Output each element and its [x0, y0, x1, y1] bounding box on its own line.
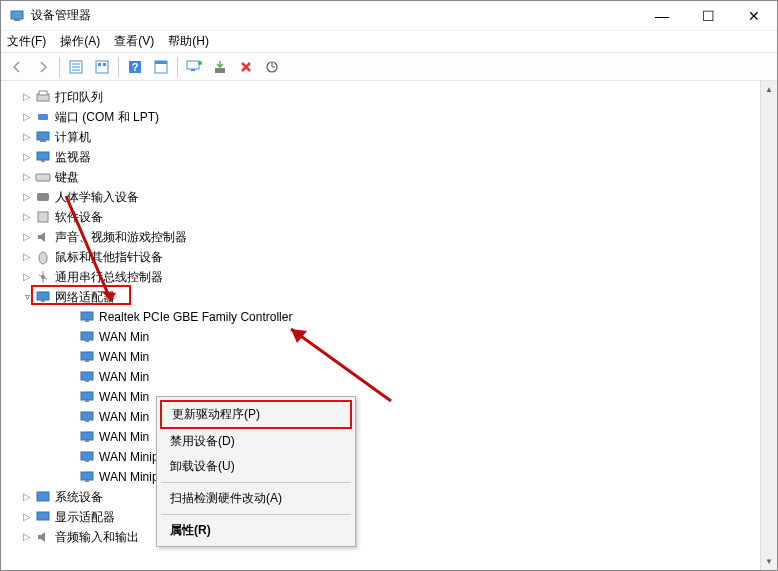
- minimize-button[interactable]: —: [639, 1, 685, 30]
- ctx-disable-device[interactable]: 禁用设备(D): [160, 429, 352, 454]
- maximize-button[interactable]: ☐: [685, 1, 731, 30]
- tree-software[interactable]: ▷软件设备: [21, 207, 777, 227]
- window-buttons: — ☐ ✕: [639, 1, 777, 30]
- device-tree: ▷打印队列 ▷端口 (COM 和 LPT) ▷计算机 ▷监视器 ▷键盘 ▷人体学…: [1, 81, 777, 553]
- svg-point-28: [39, 252, 47, 264]
- menu-action[interactable]: 操作(A): [60, 33, 100, 50]
- svg-text:?: ?: [132, 61, 139, 73]
- svg-rect-41: [85, 400, 89, 402]
- tool-detail2[interactable]: [90, 55, 114, 79]
- tree-ports[interactable]: ▷端口 (COM 和 LPT): [21, 107, 777, 127]
- adapter-wan-4[interactable]: WAN Min: [21, 387, 777, 407]
- svg-rect-21: [37, 132, 49, 140]
- ctx-scan-hardware[interactable]: 扫描检测硬件改动(A): [160, 486, 352, 511]
- svg-rect-35: [85, 340, 89, 342]
- tree-audio[interactable]: ▷音频输入和输出: [21, 527, 777, 547]
- svg-rect-42: [81, 412, 93, 420]
- tree-mice[interactable]: ▷鼠标和其他指针设备: [21, 247, 777, 267]
- svg-rect-16: [215, 68, 225, 73]
- svg-rect-34: [81, 332, 93, 340]
- svg-rect-7: [98, 63, 101, 66]
- toolbar: ?: [1, 53, 777, 81]
- tree-hid[interactable]: ▷人体学输入设备: [21, 187, 777, 207]
- svg-rect-1: [14, 19, 20, 21]
- network-children: Realtek PCIe GBE Family Controller WAN M…: [21, 307, 777, 487]
- menu-help[interactable]: 帮助(H): [168, 33, 209, 50]
- ctx-sep-2: [161, 514, 351, 515]
- tool-back: [5, 55, 29, 79]
- tool-scan[interactable]: [260, 55, 284, 79]
- svg-rect-49: [85, 480, 89, 482]
- tree-keyboards[interactable]: ▷键盘: [21, 167, 777, 187]
- ctx-sep-1: [161, 482, 351, 483]
- svg-rect-45: [85, 440, 89, 442]
- svg-rect-22: [40, 140, 46, 142]
- tool-forward: [31, 55, 55, 79]
- svg-point-15: [198, 61, 202, 65]
- svg-rect-37: [85, 360, 89, 362]
- svg-rect-27: [38, 212, 48, 222]
- svg-rect-25: [36, 174, 50, 181]
- adapter-wan-sstp[interactable]: WAN Miniport (SSTP): [21, 467, 777, 487]
- tree-display[interactable]: ▷显示适配器: [21, 507, 777, 527]
- close-button[interactable]: ✕: [731, 1, 777, 30]
- tree-network-adapters[interactable]: ▿网络适配器: [21, 287, 777, 307]
- adapter-wan-5[interactable]: WAN Min: [21, 407, 777, 427]
- tool-monitor[interactable]: [182, 55, 206, 79]
- ctx-uninstall-device[interactable]: 卸载设备(U): [160, 454, 352, 479]
- svg-rect-43: [85, 420, 89, 422]
- svg-rect-48: [81, 472, 93, 480]
- svg-rect-46: [81, 452, 93, 460]
- vertical-scrollbar[interactable]: ▲ ▼: [760, 81, 777, 570]
- svg-rect-32: [81, 312, 93, 320]
- svg-rect-51: [37, 512, 49, 520]
- svg-rect-8: [103, 63, 106, 66]
- menu-file[interactable]: 文件(F): [7, 33, 46, 50]
- tree-usb[interactable]: ▷通用串行总线控制器: [21, 267, 777, 287]
- menu-view[interactable]: 查看(V): [114, 33, 154, 50]
- svg-rect-23: [37, 152, 49, 160]
- svg-rect-6: [96, 61, 108, 73]
- tool-remove[interactable]: [234, 55, 258, 79]
- scroll-down-button[interactable]: ▼: [761, 553, 777, 570]
- tree-print-queues[interactable]: ▷打印队列: [21, 87, 777, 107]
- tree-sound[interactable]: ▷声音、视频和游戏控制器: [21, 227, 777, 247]
- tree-system[interactable]: ▷系统设备: [21, 487, 777, 507]
- svg-rect-36: [81, 352, 93, 360]
- svg-rect-24: [41, 160, 45, 162]
- tool-props[interactable]: [149, 55, 173, 79]
- svg-rect-19: [39, 91, 47, 95]
- context-menu: 更新驱动程序(P) 禁用设备(D) 卸载设备(U) 扫描检测硬件改动(A) 属性…: [156, 396, 356, 547]
- svg-rect-39: [85, 380, 89, 382]
- content-pane: ▷打印队列 ▷端口 (COM 和 LPT) ▷计算机 ▷监视器 ▷键盘 ▷人体学…: [1, 81, 777, 570]
- svg-rect-50: [37, 492, 49, 501]
- scroll-up-button[interactable]: ▲: [761, 81, 777, 98]
- app-icon: [9, 8, 25, 24]
- svg-rect-30: [37, 292, 49, 300]
- svg-rect-20: [38, 114, 48, 120]
- svg-rect-31: [41, 300, 45, 302]
- tree-monitors[interactable]: ▷监视器: [21, 147, 777, 167]
- svg-rect-12: [155, 61, 167, 64]
- svg-rect-44: [81, 432, 93, 440]
- titlebar: 设备管理器 — ☐ ✕: [1, 1, 777, 31]
- svg-rect-38: [81, 372, 93, 380]
- window-title: 设备管理器: [31, 7, 639, 24]
- adapter-wan-2[interactable]: WAN Min: [21, 347, 777, 367]
- tool-install[interactable]: [208, 55, 232, 79]
- svg-rect-47: [85, 460, 89, 462]
- adapter-wan-pptp[interactable]: WAN Miniport (PPTP): [21, 447, 777, 467]
- tool-detail1[interactable]: [64, 55, 88, 79]
- tool-help[interactable]: ?: [123, 55, 147, 79]
- ctx-properties[interactable]: 属性(R): [160, 518, 352, 543]
- ctx-update-driver[interactable]: 更新驱动程序(P): [160, 400, 352, 429]
- adapter-wan-6[interactable]: WAN Min: [21, 427, 777, 447]
- svg-rect-33: [85, 320, 89, 322]
- tree-computer[interactable]: ▷计算机: [21, 127, 777, 147]
- svg-rect-14: [191, 69, 195, 71]
- adapter-wan-1[interactable]: WAN Min: [21, 327, 777, 347]
- svg-rect-26: [37, 193, 49, 201]
- adapter-wan-3[interactable]: WAN Min: [21, 367, 777, 387]
- adapter-realtek[interactable]: Realtek PCIe GBE Family Controller: [21, 307, 777, 327]
- svg-rect-40: [81, 392, 93, 400]
